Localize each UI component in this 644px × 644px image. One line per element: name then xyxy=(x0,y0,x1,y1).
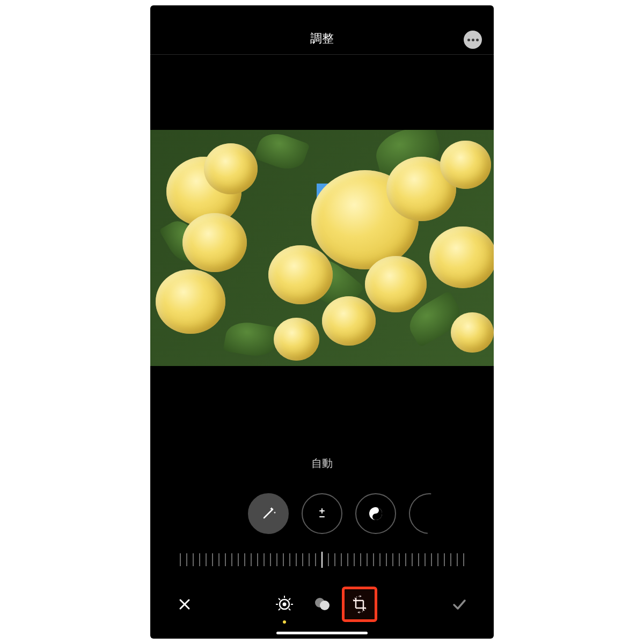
svg-marker-19 xyxy=(357,611,360,613)
svg-marker-18 xyxy=(360,595,362,597)
edit-mode-tabs xyxy=(272,591,372,617)
filters-tab[interactable] xyxy=(309,591,335,617)
yin-yang-icon xyxy=(367,504,385,523)
auto-enhance-button[interactable] xyxy=(248,493,289,534)
cancel-button[interactable] xyxy=(172,591,197,617)
svg-line-13 xyxy=(279,598,280,600)
photo-preview xyxy=(150,130,494,366)
brilliance-button[interactable] xyxy=(355,493,396,534)
crop-tab[interactable] xyxy=(347,591,372,617)
svg-line-12 xyxy=(289,609,290,610)
adjust-tab[interactable] xyxy=(272,591,297,617)
more-horizontal-icon xyxy=(467,39,470,41)
close-icon xyxy=(178,597,192,611)
adjustment-tools-row[interactable] xyxy=(150,493,494,534)
home-indicator[interactable] xyxy=(276,632,368,634)
done-button[interactable] xyxy=(447,591,472,617)
svg-point-8 xyxy=(283,603,287,606)
photo-canvas[interactable] xyxy=(150,55,494,441)
exposure-plus-minus-icon xyxy=(314,506,330,522)
magic-wand-icon xyxy=(259,504,278,523)
bottom-toolbar xyxy=(150,583,494,626)
next-adjustment-button[interactable] xyxy=(400,485,458,542)
svg-line-15 xyxy=(279,609,280,610)
svg-point-17 xyxy=(320,601,330,610)
more-options-button[interactable] xyxy=(464,31,482,49)
adjust-dial-icon xyxy=(274,594,295,614)
slider-center-tick xyxy=(321,552,323,568)
filters-circles-icon xyxy=(312,595,332,614)
exposure-button[interactable] xyxy=(302,493,342,534)
photo-edit-screen: 調整 xyxy=(150,5,494,639)
checkmark-icon xyxy=(451,596,467,612)
adjustment-name-label: 自動 xyxy=(150,456,494,471)
header-title: 調整 xyxy=(310,31,334,47)
svg-line-10 xyxy=(289,598,290,600)
crop-rotate-icon xyxy=(349,594,370,615)
header: 調整 xyxy=(150,5,494,55)
adjustment-slider[interactable] xyxy=(150,550,494,569)
active-tab-indicator xyxy=(283,620,286,624)
svg-line-0 xyxy=(264,509,273,518)
